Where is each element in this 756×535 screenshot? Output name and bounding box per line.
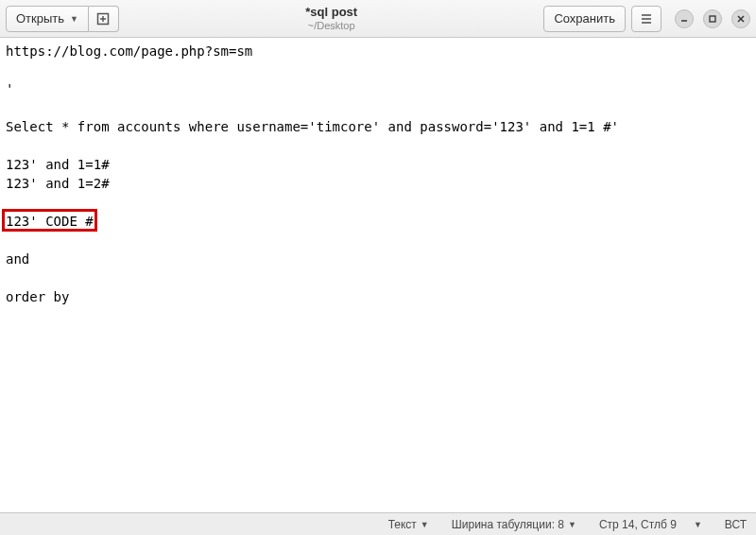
editor-line: ' — [6, 79, 750, 98]
editor-line — [6, 98, 750, 117]
maximize-icon — [708, 14, 717, 24]
tab-width-selector[interactable]: Ширина табуляции: 8 ▼ — [452, 518, 576, 531]
editor-line: Select * from accounts where username='t… — [6, 117, 750, 136]
editor-line: 123' CODE # — [6, 212, 750, 231]
insert-mode-indicator[interactable]: ВСТ — [725, 518, 747, 531]
syntax-mode-selector[interactable]: Текст ▼ — [388, 518, 429, 531]
editor-line — [6, 268, 750, 287]
editor-line — [6, 193, 750, 212]
maximize-button[interactable] — [703, 9, 722, 28]
svg-rect-7 — [710, 16, 715, 22]
editor-line: 123' and 1=2# — [6, 174, 750, 193]
new-tab-icon — [96, 12, 110, 26]
editor-line: and — [6, 250, 750, 268]
window-controls — [675, 9, 750, 28]
syntax-mode-label: Текст — [388, 518, 417, 531]
close-icon — [736, 14, 746, 24]
minimize-button[interactable] — [675, 9, 694, 28]
minimize-icon — [679, 14, 689, 24]
document-path: ~/Desktop — [308, 20, 355, 31]
new-tab-button[interactable] — [89, 6, 119, 32]
headerbar: Открыть ▼ *sql post ~/Desktop Сохранить — [0, 0, 756, 38]
chevron-down-icon: ▼ — [421, 520, 429, 529]
close-button[interactable] — [731, 9, 750, 28]
chevron-down-icon: ▼ — [70, 14, 78, 24]
editor-line: https://blog.com/page.php?sm=sm — [6, 42, 750, 60]
open-button[interactable]: Открыть ▼ — [6, 6, 89, 32]
editor-line: 123' and 1=1# — [6, 155, 750, 174]
editor-line — [6, 136, 750, 155]
headerbar-right: Сохранить — [543, 6, 750, 32]
chevron-down-icon: ▼ — [694, 520, 702, 529]
headerbar-title-area: *sql post ~/Desktop — [125, 6, 538, 30]
chevron-down-icon: ▼ — [568, 520, 576, 529]
document-title: *sql post — [305, 6, 357, 19]
save-button[interactable]: Сохранить — [543, 6, 626, 32]
save-button-label: Сохранить — [554, 11, 615, 26]
cursor-position-selector[interactable]: Стр 14, Стлб 9 ▼ — [599, 518, 702, 531]
open-button-group: Открыть ▼ — [6, 6, 119, 32]
hamburger-menu-button[interactable] — [631, 6, 662, 32]
open-button-label: Открыть — [16, 11, 64, 26]
cursor-position-label: Стр 14, Стлб 9 — [599, 518, 677, 531]
editor-line — [6, 231, 750, 250]
insert-mode-label: ВСТ — [725, 518, 747, 531]
statusbar: Текст ▼ Ширина табуляции: 8 ▼ Стр 14, Ст… — [0, 512, 756, 535]
tab-width-label: Ширина табуляции: 8 — [452, 518, 564, 531]
text-editor-area[interactable]: https://blog.com/page.php?sm=sm ' Select… — [0, 38, 756, 512]
editor-line — [6, 60, 750, 79]
editor-line: order by — [6, 287, 750, 306]
hamburger-icon — [640, 12, 653, 26]
headerbar-left: Открыть ▼ — [6, 6, 119, 32]
